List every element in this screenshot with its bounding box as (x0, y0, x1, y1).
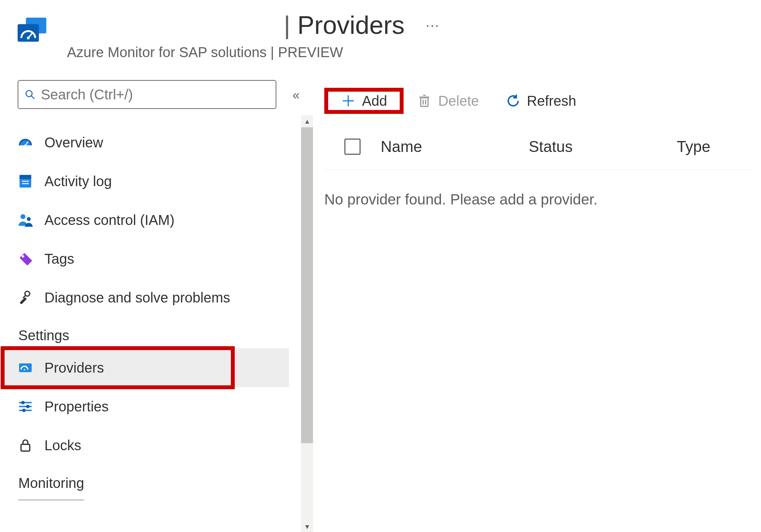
header-divider: | (284, 11, 290, 39)
providers-table-header: Name Status Type (324, 138, 754, 170)
svg-point-13 (27, 217, 31, 221)
delete-button-label: Delete (438, 93, 479, 109)
command-bar: Add Delete Refresh (324, 81, 754, 120)
svg-point-19 (24, 369, 25, 370)
activity-log-icon (18, 173, 33, 189)
resource-icon (18, 18, 47, 42)
sidebar-item-locks[interactable]: Locks (0, 426, 289, 465)
trash-icon (417, 93, 432, 108)
svg-point-12 (20, 214, 25, 219)
svg-point-4 (26, 91, 32, 97)
page-title: Providers (297, 11, 405, 39)
collapse-sidebar-button[interactable]: « (293, 88, 300, 103)
overview-icon (18, 135, 33, 150)
sidebar-search-field[interactable] (41, 87, 269, 103)
svg-rect-26 (21, 444, 30, 451)
refresh-icon (506, 93, 521, 108)
sidebar-item-activity-log[interactable]: Activity log (0, 162, 289, 201)
column-header-type[interactable]: Type (677, 138, 733, 155)
sidebar-item-label: Access control (IAM) (44, 212, 174, 228)
select-all-checkbox[interactable] (324, 139, 381, 155)
svg-point-14 (22, 255, 24, 258)
svg-rect-11 (22, 183, 29, 184)
sidebar-item-providers[interactable]: Providers (0, 348, 289, 387)
providers-icon (18, 360, 33, 375)
sidebar-item-diagnose[interactable]: Diagnose and solve problems (0, 278, 289, 317)
refresh-button[interactable]: Refresh (496, 88, 586, 114)
diagnose-icon (18, 290, 33, 305)
content-area: Add Delete Refresh Name Status Type No p… (289, 80, 761, 496)
sidebar-item-label: Tags (44, 251, 74, 267)
locks-icon (18, 438, 33, 453)
add-button-label: Add (362, 93, 387, 109)
sidebar-item-label: Properties (44, 399, 109, 415)
access-control-icon (18, 212, 33, 228)
sidebar-item-overview[interactable]: Overview (0, 123, 289, 162)
sidebar-search-input[interactable] (18, 80, 276, 109)
add-button[interactable]: Add (324, 88, 404, 114)
svg-rect-9 (20, 175, 31, 179)
properties-icon (18, 399, 33, 414)
sidebar-item-access-control[interactable]: Access control (IAM) (0, 201, 289, 239)
header-more-button[interactable]: ··· (426, 17, 440, 33)
svg-line-17 (23, 295, 26, 298)
svg-point-25 (22, 409, 26, 412)
svg-line-5 (31, 96, 35, 99)
sidebar-item-label: Diagnose and solve problems (44, 290, 230, 306)
sidebar-item-label: Overview (44, 135, 103, 151)
resource-type-subtitle: Azure Monitor for SAP solutions | PREVIE… (18, 44, 761, 60)
table-empty-message: No provider found. Please add a provider… (324, 191, 754, 208)
sidebar-section-monitoring: Monitoring (0, 465, 289, 496)
resource-blade-header: | Providers ··· Azure Monitor for SAP so… (0, 0, 761, 64)
column-header-name[interactable]: Name (381, 138, 529, 155)
column-header-status[interactable]: Status (529, 138, 677, 155)
refresh-button-label: Refresh (527, 93, 576, 109)
svg-rect-29 (421, 98, 428, 106)
sidebar: « ▴ ▾ Overview Activity log (0, 80, 289, 496)
sidebar-item-label: Activity log (44, 173, 112, 189)
delete-button[interactable]: Delete (407, 88, 489, 114)
tags-icon (18, 251, 33, 267)
plus-icon (341, 93, 356, 108)
sidebar-section-settings: Settings (0, 317, 289, 348)
sidebar-scrollbar[interactable]: ▴ ▾ (301, 115, 313, 532)
sidebar-item-label: Locks (44, 438, 81, 453)
sidebar-item-label: Providers (44, 360, 104, 376)
svg-rect-10 (22, 181, 29, 182)
svg-point-21 (21, 401, 25, 404)
search-icon (25, 89, 35, 100)
svg-point-23 (26, 405, 30, 408)
sidebar-item-properties[interactable]: Properties (0, 387, 289, 426)
sidebar-item-tags[interactable]: Tags (0, 239, 289, 278)
